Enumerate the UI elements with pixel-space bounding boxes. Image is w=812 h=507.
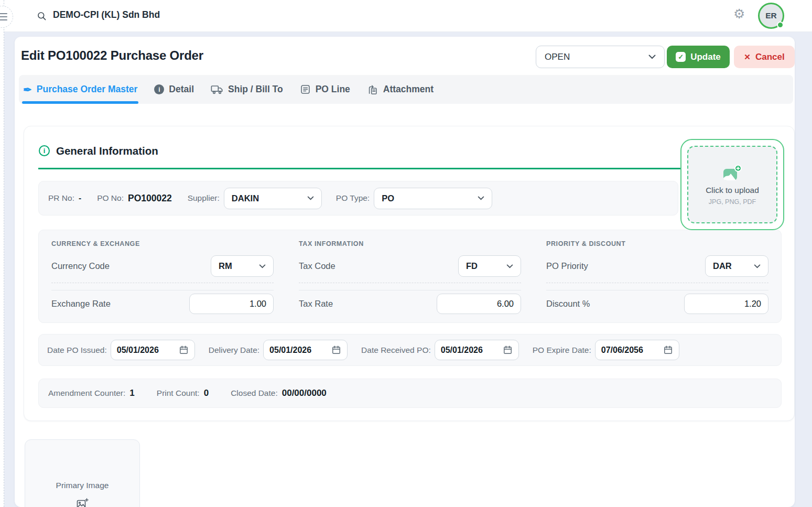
upload-dropzone[interactable]: Click to upload JPG, PNG, PDF [680, 139, 784, 230]
chevron-down-icon [754, 264, 761, 268]
close-icon: ✕ [744, 52, 751, 62]
supplier-dropdown[interactable]: DAKIN [224, 188, 322, 209]
date-value: 05/01/2026 [441, 346, 483, 355]
discount-input[interactable]: 1.20 [684, 294, 768, 314]
tab-label: Attachment [383, 84, 434, 95]
delivery-date-label: Delivery Date: [209, 346, 259, 355]
po-type-dropdown[interactable]: PO [374, 188, 492, 209]
pages-icon [367, 84, 378, 95]
active-tab-underline [22, 101, 138, 104]
status-dropdown[interactable]: OPEN [536, 46, 665, 68]
tab-attachment[interactable]: Attachment [366, 75, 435, 104]
column-header: TAX INFORMATION [299, 240, 521, 247]
chevron-down-icon [307, 196, 314, 200]
delivery-date-input[interactable]: 05/01/2026 [263, 340, 348, 360]
tax-rate-input[interactable]: 6.00 [437, 294, 521, 314]
cancel-button[interactable]: ✕ Cancel [734, 46, 795, 68]
upload-dropzone-inner[interactable]: Click to upload JPG, PNG, PDF [687, 146, 777, 223]
search-icon[interactable] [37, 11, 47, 21]
image-add-icon [76, 498, 89, 507]
print-count-label: Print Count: [157, 389, 200, 398]
tab-strip: ✒ Purchase Order Master i Detail Ship / … [19, 75, 793, 104]
supplier-label: Supplier: [188, 193, 220, 203]
po-type-value: PO [382, 193, 394, 203]
info-icon: i [154, 84, 164, 94]
primary-image-card[interactable]: Primary Image [25, 439, 140, 507]
date-po-issued-input[interactable]: 05/01/2026 [111, 340, 195, 360]
avatar-initials: ER [765, 11, 777, 20]
currency-tax-priority-block: CURRENCY & EXCHANGE Currency Code RM Exc… [38, 230, 782, 323]
column-header: CURRENCY & EXCHANGE [51, 240, 274, 247]
tab-ship-bill-to[interactable]: Ship / Bill To [210, 75, 284, 104]
divider [546, 290, 768, 290]
app-window: DEMO-CPI (KL) Sdn Bhd ⚙ ER Edit PO100022… [0, 0, 812, 507]
date-value: 05/01/2026 [269, 346, 311, 355]
calendar-icon [663, 345, 673, 355]
amendment-counter-value: 1 [129, 388, 134, 398]
po-expire-date-input[interactable]: 07/06/2056 [595, 340, 679, 360]
tax-code-value: FD [466, 261, 478, 271]
topbar: DEMO-CPI (KL) Sdn Bhd ⚙ ER [0, 0, 812, 32]
update-button[interactable]: ✓ Update [667, 46, 730, 68]
divider [299, 290, 521, 290]
tax-information-column: TAX INFORMATION Tax Code FD Tax Rate 6. [286, 230, 534, 322]
chevron-down-icon [506, 264, 513, 268]
hamburger-icon [0, 13, 7, 20]
discount-label: Discount % [546, 299, 590, 309]
left-rail [0, 0, 4, 507]
po-priority-value: DAR [713, 261, 732, 271]
tab-detail[interactable]: i Detail [153, 75, 195, 104]
exchange-rate-label: Exchange Rate [51, 299, 111, 309]
tax-code-dropdown[interactable]: FD [458, 255, 521, 277]
cancel-button-label: Cancel [755, 52, 785, 62]
upload-title: Click to upload [706, 186, 759, 195]
date-value: 07/06/2056 [601, 346, 643, 355]
tab-label: PO Line [316, 84, 350, 95]
tab-po-line[interactable]: PO Line [299, 75, 351, 104]
po-priority-label: PO Priority [546, 261, 588, 271]
amendment-counter-label: Amendment Counter: [48, 389, 125, 398]
company-name: DEMO-CPI (KL) Sdn Bhd [53, 9, 160, 20]
list-icon [300, 84, 311, 95]
currency-code-dropdown[interactable]: RM [211, 255, 274, 277]
pr-no-label: PR No: [48, 193, 74, 203]
exchange-rate-input[interactable]: 1.00 [189, 294, 274, 314]
section-info-icon: i [39, 145, 50, 156]
online-status-dot [777, 21, 784, 28]
divider [51, 283, 274, 283]
po-no-label: PO No: [97, 193, 124, 203]
image-upload-icon [723, 165, 742, 181]
status-value: OPEN [545, 52, 570, 62]
date-value: 05/01/2026 [117, 346, 159, 355]
date-received-po-input[interactable]: 05/01/2026 [435, 340, 519, 360]
dates-row: Date PO Issued: 05/01/2026 Delivery Date… [38, 334, 782, 366]
po-priority-dropdown[interactable]: DAR [705, 255, 768, 277]
calendar-icon [179, 345, 189, 355]
tax-rate-label: Tax Rate [299, 299, 333, 309]
column-header: PRIORITY & DISCOUNT [546, 240, 768, 247]
tax-rate-value: 6.00 [497, 299, 514, 309]
divider [546, 283, 768, 283]
page-title: Edit PO100022 Purchase Order [21, 48, 203, 63]
supplier-value: DAKIN [232, 193, 259, 203]
tab-label: Purchase Order Master [37, 84, 138, 95]
upload-formats: JPG, PNG, PDF [709, 198, 756, 206]
divider [299, 283, 521, 283]
pr-no-value: - [79, 193, 81, 203]
tax-code-label: Tax Code [299, 261, 335, 271]
content-surface: Edit PO100022 Purchase Order OPEN ✓ Upda… [15, 37, 795, 507]
chevron-down-icon [259, 264, 266, 268]
avatar[interactable]: ER [758, 3, 784, 29]
chevron-down-icon [648, 55, 656, 59]
closed-date-label: Closed Date: [231, 389, 278, 398]
section-underline [38, 168, 680, 169]
chevron-down-icon [478, 196, 484, 200]
pen-icon: ✒ [23, 84, 32, 95]
gear-icon[interactable]: ⚙ [733, 7, 745, 20]
identity-row: PR No: - PO No: PO100022 Supplier: DAKIN… [38, 181, 678, 215]
po-type-label: PO Type: [336, 193, 370, 203]
truck-icon [211, 84, 223, 95]
primary-image-label: Primary Image [25, 481, 139, 490]
currency-code-value: RM [219, 261, 232, 271]
tab-purchase-order-master[interactable]: ✒ Purchase Order Master [22, 75, 138, 104]
